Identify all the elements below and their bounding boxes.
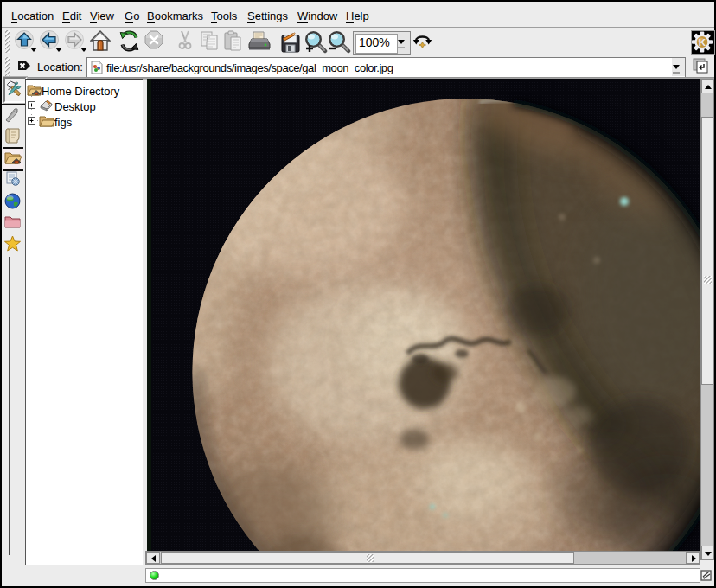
svg-text:K: K bbox=[699, 37, 706, 48]
